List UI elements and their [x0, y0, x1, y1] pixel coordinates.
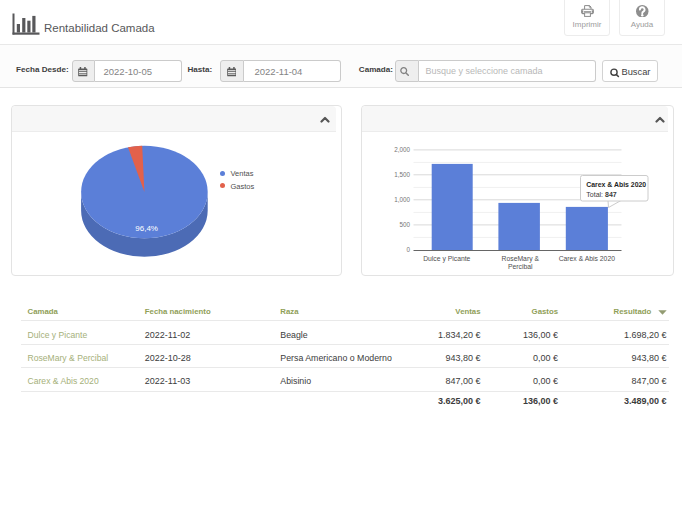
svg-text:Percibal: Percibal [508, 263, 533, 270]
svg-text:Carex & Abis 2020: Carex & Abis 2020 [586, 181, 646, 188]
svg-text:Total: 847: Total: 847 [586, 191, 616, 198]
svg-text:Dulce y Picante: Dulce y Picante [423, 255, 470, 263]
svg-text:1,000: 1,000 [394, 196, 410, 203]
svg-text:500: 500 [399, 221, 410, 228]
svg-text:0: 0 [406, 246, 410, 253]
svg-text:Carex & Abis 2020: Carex & Abis 2020 [559, 255, 616, 262]
svg-text:1,500: 1,500 [394, 171, 410, 178]
svg-text:96,4%: 96,4% [135, 224, 158, 233]
svg-text:2,000: 2,000 [394, 146, 410, 153]
